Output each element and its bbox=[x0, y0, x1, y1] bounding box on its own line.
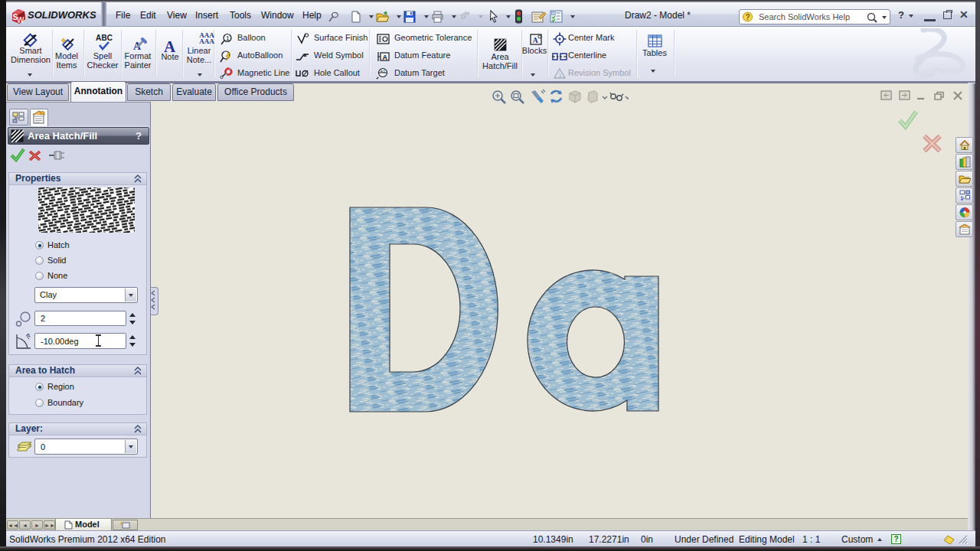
svg-text:A: A bbox=[27, 333, 31, 338]
svg-text:1: 1 bbox=[559, 72, 563, 79]
svg-text:W: W bbox=[17, 16, 24, 24]
svg-text:A1: A1 bbox=[381, 69, 386, 73]
svg-text:A: A bbox=[383, 54, 388, 61]
svg-text:?: ? bbox=[746, 13, 750, 21]
svg-text:A: A bbox=[533, 36, 539, 44]
svg-text:1: 1 bbox=[226, 34, 230, 42]
